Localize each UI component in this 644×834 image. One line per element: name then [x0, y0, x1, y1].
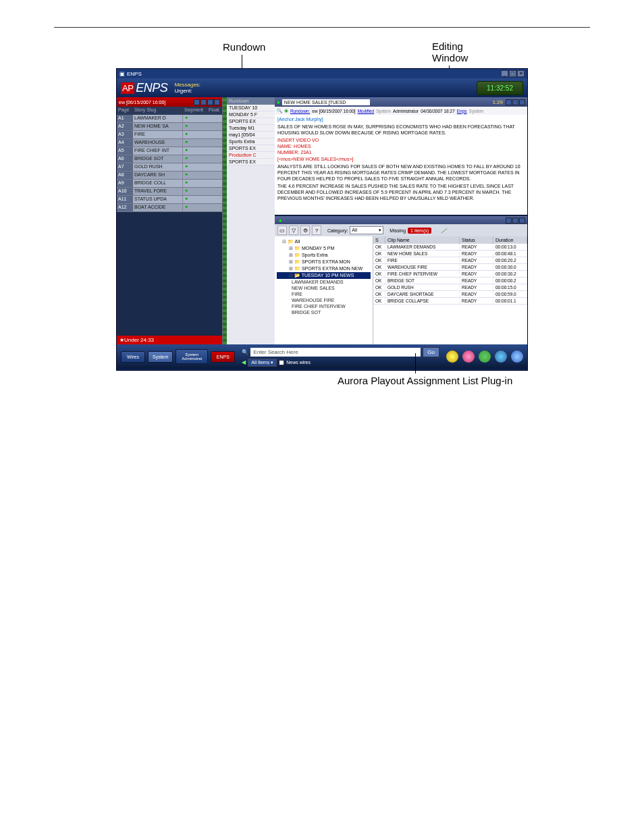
tree-folder[interactable]: ⊞📁 MONDAY 5 PM — [277, 245, 371, 252]
tray-icon-3[interactable] — [479, 350, 491, 363]
side-list-item[interactable]: TUESDAY 10 — [227, 105, 275, 111]
panel-btn[interactable] — [214, 99, 220, 105]
filter-icon[interactable]: ▽ — [289, 226, 298, 235]
rundown-row[interactable]: A5FIRE CHIEF INT● — [117, 147, 222, 155]
folder-tab-wires[interactable]: Wires — [121, 351, 145, 363]
side-list-item[interactable]: MONDAY 5 F — [227, 111, 275, 118]
story-title-field[interactable]: NEW HOME SALES [TUESD — [282, 99, 370, 105]
editor-pin-icon[interactable]: ● — [277, 99, 280, 105]
callout-plugin-label: Aurora Playout Assignment List Plug-in — [116, 373, 528, 386]
side-list-item[interactable]: may1 [05/04 — [227, 132, 275, 138]
chevron-left-icon[interactable]: ◀ — [242, 359, 246, 365]
panel-btn[interactable] — [200, 99, 207, 105]
window-titlebar: ▣ ENPS _ ▢ ✕ — [117, 69, 527, 78]
search-icon[interactable]: 🔍 — [277, 108, 282, 113]
minimize-button[interactable]: _ — [501, 70, 508, 77]
side-list-item[interactable]: Sports Extra — [227, 138, 275, 145]
assignment-tree[interactable]: ⊟📁 All ⊞📁 MONDAY 5 PM⊞📁 Sports Extra⊞📁 S… — [275, 236, 373, 344]
panel-btn[interactable] — [512, 99, 518, 105]
clip-list[interactable]: S Clip Name Status Duration OKLAWMAKER D… — [373, 236, 527, 344]
rundown-row[interactable]: A3FIRE● — [117, 131, 222, 139]
rundown-row[interactable]: A4WAREHOUSE● — [117, 139, 222, 147]
globe-icon[interactable]: ◉ — [284, 108, 288, 113]
rundown-row[interactable]: A12BOAT ACCIDE● — [117, 204, 222, 212]
rundown-row[interactable]: A10TRAVEL FORE● — [117, 188, 222, 196]
side-list-item[interactable]: SPORTS EX — [227, 118, 275, 125]
folder-tab-system[interactable]: System — [148, 351, 173, 363]
tree-folder[interactable]: ⊞📁 Sports Extra — [277, 252, 371, 259]
panel-btn[interactable] — [519, 217, 525, 224]
tray-icon-4[interactable] — [495, 350, 507, 363]
toolbar-btn-1[interactable]: ▭ — [277, 226, 287, 235]
side-list-header: Rundown — [227, 97, 275, 105]
clip-row[interactable]: OKDAYCARE SHORTAGEREADY00:00:59.0 — [373, 291, 527, 298]
close-button[interactable]: ✕ — [517, 70, 525, 77]
search-input[interactable]: Enter Search Here — [250, 348, 421, 357]
modified-link[interactable]: Modified — [358, 109, 375, 113]
enps-application-window: ▣ ENPS _ ▢ ✕ AP ENPS Messages: Urgent: 1… — [116, 68, 528, 371]
rundown-row[interactable]: A9BRIDGE COLL● — [117, 180, 222, 188]
filter-all-items[interactable]: All Items ▾ — [248, 359, 277, 367]
plugin-toolbar: ▭ ▽ ⚙ ? Category: All▾ Missing 1 item(s)… — [275, 224, 527, 236]
clip-row[interactable]: OKLAWMAKER DEMANDSREADY00:00:13.0 — [373, 244, 527, 251]
tree-folder[interactable]: ⊞📁 SPORTS EXTRA MON NEW — [277, 265, 371, 272]
plugin-pin-icon[interactable]: ● — [279, 217, 282, 224]
tree-item[interactable]: FIRE CHIEF INTERVIEW — [277, 303, 371, 309]
clip-row[interactable]: OKFIRE CHIEF INTERVIEWREADY00:00:30.2 — [373, 271, 527, 278]
messages-indicator[interactable]: Messages: Urgent: — [174, 82, 200, 94]
news-wires-checkbox[interactable] — [279, 360, 284, 365]
clip-row[interactable]: OKBRIDGE COLLAPSEREADY00:00:01.1 — [373, 298, 527, 305]
side-list-item[interactable]: Production C — [227, 152, 275, 159]
filter-news-wires[interactable]: News wires — [286, 360, 311, 365]
side-list-item[interactable]: SPORTS EX — [227, 145, 275, 152]
tree-item[interactable]: FIRE — [277, 291, 371, 297]
clip-row[interactable]: OKGOLD RUSHREADY00:00:15.0 — [373, 284, 527, 291]
clip-column-headers: S Clip Name Status Duration — [373, 236, 527, 244]
tree-item[interactable]: LAWMAKER DEMANDS — [277, 279, 371, 285]
clock-display: 11:32:52 — [477, 81, 523, 95]
rundown-panel: ew [06/15/2007 16:00] Page Story Slug Se… — [117, 97, 222, 344]
toolbar-btn-4[interactable]: ? — [312, 226, 321, 235]
tree-item[interactable]: WAREHOUSE FIRE — [277, 297, 371, 303]
folder-tab-enps[interactable]: ENPS — [211, 351, 235, 363]
editor-meta-bar: 🔍 ◉ Rundown: ew [06/15/2007 16:00] Modif… — [275, 107, 527, 115]
maximize-button[interactable]: ▢ — [509, 70, 516, 77]
tree-item[interactable]: NEW HOME SALES — [277, 285, 371, 291]
clip-row[interactable]: OKFIREREADY00:00:20.2 — [373, 257, 527, 264]
rundown-row[interactable]: A7GOLD RUSH● — [117, 163, 222, 172]
side-list-item[interactable]: SPORTS EX — [227, 159, 275, 165]
rundown-row[interactable]: A1LAWMAKER D● — [117, 115, 222, 123]
app-icon: ▣ — [119, 71, 125, 77]
tray-icon-2[interactable] — [462, 350, 475, 363]
panel-btn[interactable] — [519, 99, 525, 105]
rundown-row[interactable]: A8DAYCARE SH● — [117, 172, 222, 180]
tray-icon-1[interactable] — [446, 350, 458, 363]
callout-editing-label: Editing Window — [432, 41, 468, 63]
rundown-column-headers: Page Story Slug Segment Float — [117, 107, 222, 115]
panel-btn[interactable] — [512, 217, 518, 224]
enps-link[interactable]: Enps — [457, 109, 467, 113]
editor-body[interactable]: [Anchor:Jack Murphy] SALES OF NEW HOMES … — [275, 115, 527, 215]
clip-row[interactable]: OKNEW HOME SALESREADY00:00:48.1 — [373, 251, 527, 257]
panel-btn[interactable] — [506, 217, 512, 224]
go-button[interactable]: Go — [423, 347, 439, 357]
tree-item[interactable]: BRIDGE SOT — [277, 309, 371, 315]
rundown-link[interactable]: Rundown: — [290, 109, 310, 113]
category-dropdown[interactable]: All▾ — [350, 226, 383, 234]
tree-folder[interactable]: ⊞📁 SPORTS EXTRA MON — [277, 259, 371, 265]
clip-row[interactable]: OKBRIDGE SOTREADY00:00:00.2 — [373, 278, 527, 284]
tray-icon-5[interactable] — [511, 350, 523, 363]
folder-tab-sysadmin[interactable]: System Administrat — [176, 349, 208, 364]
search-icon: 🔍 — [242, 349, 248, 355]
panel-btn[interactable] — [506, 99, 512, 105]
side-list-item[interactable]: Tuesday M1 — [227, 125, 275, 132]
rundown-timing: ★Under 24:33 — [117, 336, 222, 344]
panel-btn[interactable] — [207, 99, 213, 105]
rundown-row[interactable]: A11STATUS UPDA● — [117, 196, 222, 204]
panel-btn[interactable] — [194, 99, 200, 105]
rundown-row[interactable]: A6BRIDGE SOT● — [117, 155, 222, 163]
rundown-header[interactable]: ew [06/15/2007 16:00] — [117, 97, 222, 107]
clip-row[interactable]: OKWAREHOUSE FIREREADY00:00:30.0 — [373, 264, 527, 271]
rundown-row[interactable]: A2NEW HOME SA● — [117, 123, 222, 131]
toolbar-btn-3[interactable]: ⚙ — [300, 226, 310, 235]
